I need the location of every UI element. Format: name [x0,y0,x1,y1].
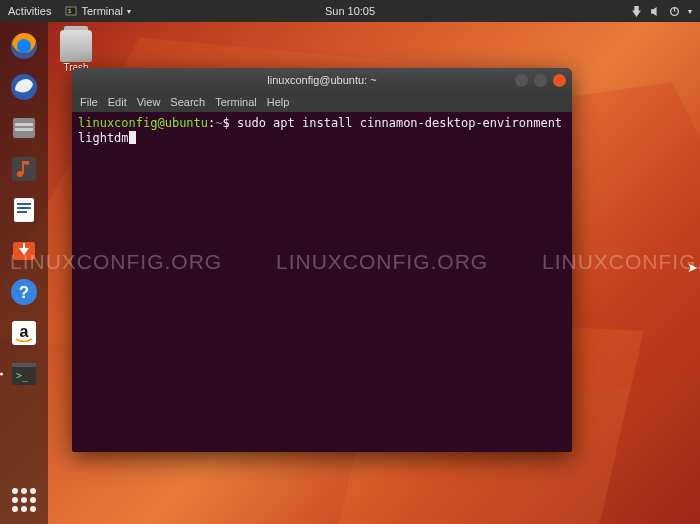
gnome-top-bar: Activities $ Terminal ▾ Sun 10:05 ▾ [0,0,700,22]
terminal-cursor [129,131,136,144]
clock[interactable]: Sun 10:05 [325,5,375,17]
mouse-cursor-icon: ➤ [687,260,698,275]
chevron-down-icon: ▾ [127,7,131,16]
document-icon [9,195,39,225]
help-icon: ? [9,277,39,307]
svg-rect-15 [17,207,31,209]
svg-rect-16 [17,211,27,213]
terminal-body[interactable]: linuxconfig@ubuntu:~$ sudo apt install c… [72,112,572,452]
window-titlebar[interactable]: linuxconfig@ubuntu: ~ [72,68,572,92]
svg-rect-24 [12,363,36,367]
close-button[interactable] [553,74,566,87]
dock-help[interactable]: ? [6,274,42,310]
activities-button[interactable]: Activities [8,5,51,17]
prompt-userhost: linuxconfig@ubuntu [78,116,208,130]
dock: ? a >_ [0,22,48,524]
prompt-path: ~ [215,116,222,130]
software-icon [9,236,39,266]
dock-terminal[interactable]: >_ [6,356,42,392]
svg-rect-14 [17,203,31,205]
terminal-menubar: File Edit View Search Terminal Help [72,92,572,112]
menu-edit[interactable]: Edit [108,96,127,108]
svg-text:>_: >_ [16,370,29,382]
svg-rect-18 [23,243,25,251]
dock-rhythmbox[interactable] [6,151,42,187]
svg-rect-9 [15,128,33,131]
trash-icon [60,30,92,62]
chevron-down-icon: ▾ [688,7,692,16]
power-icon [669,6,680,17]
network-icon [631,6,642,17]
menu-help[interactable]: Help [267,96,290,108]
show-applications-button[interactable] [10,486,38,514]
terminal-window: linuxconfig@ubuntu: ~ File Edit View Sea… [72,68,572,452]
menu-view[interactable]: View [137,96,161,108]
dock-amazon[interactable]: a [6,315,42,351]
menu-search[interactable]: Search [170,96,205,108]
maximize-button[interactable] [534,74,547,87]
svg-text:a: a [20,323,29,340]
terminal-icon: >_ [9,359,39,389]
dock-firefox[interactable] [6,28,42,64]
dock-files[interactable] [6,110,42,146]
dock-thunderbird[interactable] [6,69,42,105]
svg-text:?: ? [19,283,29,302]
prompt-dollar: $ [223,116,237,130]
firefox-icon [9,31,39,61]
desktop-trash[interactable]: Trash [60,30,92,73]
system-status-area[interactable]: ▾ [631,6,692,17]
app-menu-label: Terminal [81,5,123,17]
music-icon [9,154,39,184]
svg-rect-3 [674,7,675,11]
minimize-button[interactable] [515,74,528,87]
dock-libreoffice-writer[interactable] [6,192,42,228]
files-icon [9,113,39,143]
dock-software[interactable] [6,233,42,269]
terminal-icon: $ [65,5,77,17]
svg-rect-13 [14,198,34,222]
svg-point-5 [17,39,31,53]
menu-terminal[interactable]: Terminal [215,96,257,108]
window-title: linuxconfig@ubuntu: ~ [267,74,376,86]
menu-file[interactable]: File [80,96,98,108]
thunderbird-icon [9,72,39,102]
app-menu[interactable]: $ Terminal ▾ [65,5,131,17]
volume-icon [650,6,661,17]
amazon-icon: a [9,318,39,348]
svg-rect-8 [15,123,33,126]
